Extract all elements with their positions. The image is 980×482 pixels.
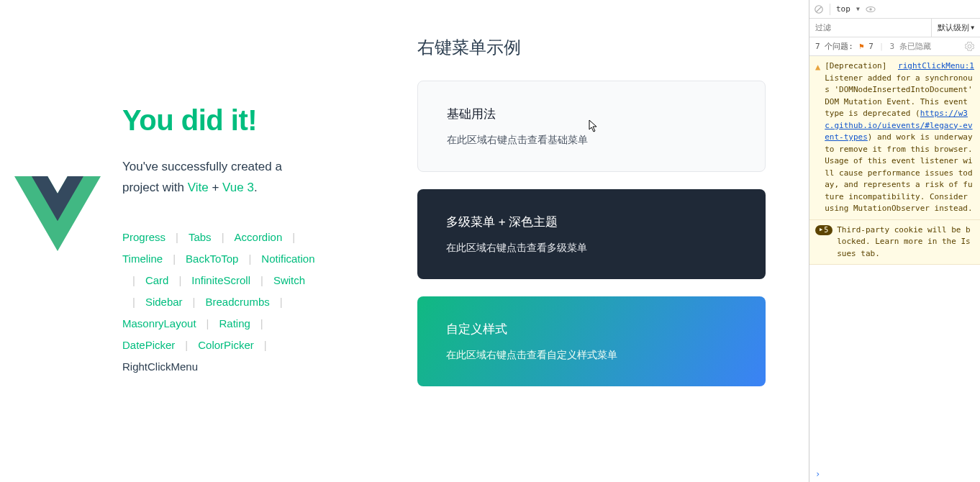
demo-card-1[interactable]: 多级菜单 + 深色主题在此区域右键点击查看多级菜单 — [417, 189, 766, 279]
nav-link-notification[interactable]: Notification — [261, 248, 314, 270]
console-messages: ▲rightClickMenu:1[Deprecation] Listener … — [809, 56, 980, 466]
devtools-panel: top ▼ 默认级别▼ 7 个问题: ⚑ 7 | 3 条已隐藏 ▲rightCl… — [809, 0, 980, 482]
devtools-toolbar: top ▼ — [809, 0, 980, 19]
link-vue3[interactable]: Vue 3 — [222, 181, 254, 194]
nav-link-colorpicker[interactable]: ColorPicker — [198, 335, 254, 356]
gear-icon[interactable] — [965, 42, 974, 51]
execution-context[interactable]: top — [836, 4, 850, 14]
demo-card-title: 基础用法 — [447, 106, 736, 122]
demo-card-title: 多级菜单 + 深色主题 — [446, 214, 737, 230]
nav-link-sidebar[interactable]: Sidebar — [145, 291, 183, 313]
demo-card-0[interactable]: 基础用法在此区域右键点击查看基础菜单 — [417, 81, 766, 172]
nav-link-tabs[interactable]: Tabs — [189, 227, 212, 248]
svg-point-3 — [869, 8, 872, 11]
log-level-select[interactable]: 默认级别▼ — [931, 19, 980, 37]
svg-line-1 — [817, 6, 822, 12]
message-source-link[interactable]: rightClickMenu:1 — [898, 60, 974, 73]
nav-link-rating[interactable]: Rating — [219, 313, 250, 335]
nav-link-rightclickmenu[interactable]: RightClickMenu — [122, 356, 198, 378]
console-message[interactable]: ▲rightClickMenu:1[Deprecation] Listener … — [809, 56, 980, 220]
vue-logo-icon — [14, 176, 101, 254]
message-count-badge[interactable]: 5 — [815, 225, 832, 235]
nav-link-switch[interactable]: Switch — [273, 270, 305, 291]
demo-card-desc: 在此区域右键点击查看自定义样式菜单 — [446, 349, 737, 362]
link-vite[interactable]: Vite — [188, 181, 209, 194]
nav-link-masonrylayout[interactable]: MasonryLayout — [122, 313, 196, 335]
demo-card-desc: 在此区域右键点击查看多级菜单 — [446, 242, 737, 255]
page-title: 右键菜单示例 — [417, 36, 766, 59]
nav-link-datepicker[interactable]: DatePicker — [122, 335, 175, 356]
nav-link-backtotop[interactable]: BackToTop — [186, 248, 238, 270]
demo-card-title: 自定义样式 — [446, 321, 737, 337]
doc-link[interactable]: https://w3c.github.io/uievents/#legacy-e… — [825, 109, 972, 142]
nav-link-breadcrumbs[interactable]: Breadcrumbs — [206, 291, 270, 313]
issues-bar: 7 个问题: ⚑ 7 | 3 条已隐藏 — [809, 37, 980, 56]
app-sidebar: You did it! You've successfully created … — [0, 0, 317, 482]
nav-link-progress[interactable]: Progress — [122, 227, 165, 248]
live-expression-icon[interactable] — [866, 4, 876, 14]
nav-link-infinitescroll[interactable]: InfiniteScroll — [191, 270, 250, 291]
nav-link-timeline[interactable]: Timeline — [122, 248, 163, 270]
demo-card-2[interactable]: 自定义样式在此区域右键点击查看自定义样式菜单 — [417, 296, 766, 386]
main-content: 右键菜单示例 基础用法在此区域右键点击查看基础菜单多级菜单 + 深色主题在此区域… — [317, 0, 809, 482]
component-nav: Progress|Tabs|Accordion|Timeline|BackToT… — [122, 227, 317, 378]
nav-link-card[interactable]: Card — [145, 270, 169, 291]
issues-flag[interactable]: ⚑ 7 — [859, 42, 874, 51]
console-message[interactable]: 5Third-party cookie will be blocked. Lea… — [809, 220, 980, 265]
demo-card-desc: 在此区域右键点击查看基础菜单 — [447, 134, 736, 147]
clear-console-icon[interactable] — [814, 4, 824, 14]
warning-icon: ▲ — [815, 60, 820, 73]
console-filter-input[interactable] — [809, 23, 931, 32]
hero-title: You did it! — [122, 104, 317, 137]
nav-link-accordion[interactable]: Accordion — [235, 227, 283, 248]
console-prompt[interactable]: › — [809, 466, 980, 482]
hidden-issues[interactable]: 3 条已隐藏 — [889, 41, 930, 52]
hero-subtitle: You've successfully created a project wi… — [122, 157, 317, 199]
